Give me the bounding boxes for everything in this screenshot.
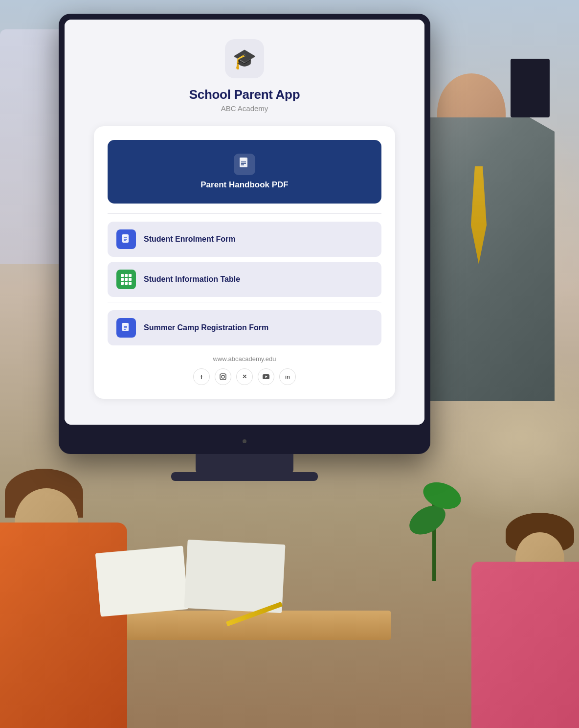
- monitor-base: [171, 472, 318, 481]
- table-icon: [116, 270, 136, 289]
- linkedin-button[interactable]: in: [279, 368, 296, 385]
- app-title: School Parent App: [189, 87, 300, 102]
- handbook-label: Parent Handbook PDF: [200, 180, 288, 190]
- handbook-doc-icon: [234, 154, 255, 175]
- paper-1: [95, 546, 189, 616]
- summer-camp-svg: [121, 322, 132, 333]
- summer-camp-button[interactable]: Summer Camp Registration Form: [108, 310, 381, 345]
- summer-camp-icon: [116, 318, 136, 338]
- plant: [393, 434, 491, 581]
- monitor: 🎓 School Parent App ABC Academy: [59, 14, 430, 454]
- enrolment-form-button[interactable]: Student Enrolment Form: [108, 222, 381, 257]
- svg-point-16: [222, 375, 224, 378]
- x-twitter-button[interactable]: ✕: [236, 368, 253, 385]
- svg-point-17: [224, 375, 225, 376]
- card-footer: www.abcacademy.edu f ✕: [108, 355, 381, 385]
- svg-rect-15: [220, 374, 226, 380]
- divider-1: [108, 213, 381, 214]
- app-subtitle: ABC Academy: [221, 104, 268, 113]
- grid-icon: [121, 274, 132, 285]
- enrolment-label: Student Enrolment Form: [144, 235, 236, 244]
- monitor-stand: [196, 454, 293, 474]
- main-card: Parent Handbook PDF: [94, 126, 395, 399]
- paper-2: [184, 540, 285, 613]
- instagram-button[interactable]: [215, 368, 231, 385]
- social-icons-row: f ✕: [193, 368, 296, 385]
- enrolment-svg: [121, 234, 132, 245]
- monitor-screen: 🎓 School Parent App ABC Academy: [65, 20, 424, 425]
- facebook-button[interactable]: f: [193, 368, 210, 385]
- monitor-power-dot: [243, 439, 246, 443]
- table-label: Student Information Table: [144, 275, 240, 284]
- doc-svg: [239, 158, 250, 171]
- svg-rect-6: [122, 234, 127, 236]
- summer-camp-label: Summer Camp Registration Form: [144, 323, 268, 332]
- enrolment-icon: [116, 229, 136, 249]
- app-icon: 🎓: [232, 47, 257, 70]
- instagram-icon: [220, 373, 226, 380]
- screen-content: 🎓 School Parent App ABC Academy: [65, 20, 424, 425]
- handbook-button[interactable]: Parent Handbook PDF: [108, 140, 381, 204]
- website-url: www.abcacademy.edu: [213, 355, 276, 363]
- svg-rect-1: [240, 158, 245, 159]
- divider-2: [108, 302, 381, 302]
- student-info-table-button[interactable]: Student Information Table: [108, 262, 381, 297]
- youtube-icon: [263, 374, 269, 379]
- child-right-torso: [471, 562, 579, 728]
- youtube-button[interactable]: [258, 368, 274, 385]
- app-icon-wrapper: 🎓: [225, 39, 264, 78]
- svg-rect-11: [122, 323, 127, 324]
